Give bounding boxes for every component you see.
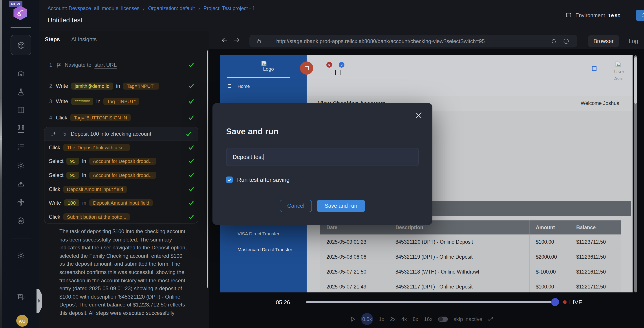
start-url-link[interactable]: start URL [94, 62, 116, 68]
substep-row[interactable]: ClickThe 'Deposit' link with a si... [44, 141, 198, 154]
app-logo[interactable] [13, 6, 28, 20]
refresh-icon[interactable] [551, 38, 557, 44]
slack-icon [17, 198, 25, 206]
table-row: 2025-05-08 06:06845321119 (DPT) - Online… [320, 249, 621, 264]
sidebar-item-suites[interactable] [17, 106, 25, 114]
sidebar-item-help[interactable]: ? [17, 293, 25, 301]
cancel-button[interactable]: Cancel [280, 200, 312, 212]
logo-glyph-icon [16, 9, 25, 17]
substep-row[interactable]: Write100inDeposit Amount input field [44, 196, 198, 210]
sidebar-item-home[interactable] [17, 69, 25, 78]
recording-indicator [300, 61, 313, 75]
tab-ai-insights[interactable]: AI insights [71, 36, 96, 42]
success-check-icon [188, 98, 194, 105]
checklist-icon [17, 143, 25, 151]
play-icon[interactable] [350, 316, 356, 322]
substep-row[interactable]: Select95inAccount for Deposit dropd... [44, 154, 198, 168]
playback-slider[interactable] [306, 301, 558, 303]
back-icon[interactable] [221, 36, 228, 44]
success-check-icon [188, 186, 194, 192]
skip-inactive-toggle[interactable] [438, 316, 448, 322]
user-avatar-alt[interactable]: User [614, 69, 624, 74]
sidebar-item-admin-settings[interactable] [17, 251, 25, 260]
bank-logo-alt[interactable]: Logo [263, 66, 274, 72]
step-group-header[interactable]: 5 Deposit 100 into checking account [44, 127, 198, 141]
broken-image-icon[interactable] [335, 70, 340, 75]
table-body: 2025-05-09 01:23845321120 (DPT) - Online… [320, 234, 621, 293]
speed-option[interactable]: 8x [412, 316, 418, 322]
speed-option[interactable]: 0.5x [361, 313, 373, 325]
save-and-run-button[interactable]: Save and run [317, 200, 365, 212]
infinity-hexagon-icon [17, 216, 25, 225]
tab-log[interactable]: Log [625, 35, 642, 47]
flask-icon [17, 88, 25, 96]
substep-row[interactable]: ClickSubmit button at the botto... [44, 210, 198, 223]
step-row[interactable]: 4ClickTag="BUTTON" SIGN IN [49, 112, 202, 123]
steps-tabs: Steps AI insights [39, 31, 209, 48]
speed-option[interactable]: 16x [424, 316, 433, 322]
forward-icon[interactable] [233, 36, 240, 44]
test-name-input[interactable]: Deposit test [226, 148, 419, 166]
page-scrollbar[interactable] [634, 55, 637, 293]
info-icon[interactable] [563, 38, 569, 44]
url-bar[interactable]: http://stage.dbank.prod-apps.relicx.ai:8… [250, 35, 577, 47]
environment-indicator[interactable]: Environment test [565, 12, 620, 18]
column-header: Amount [530, 220, 570, 234]
success-check-icon [188, 158, 194, 164]
sidebar-item-lab[interactable] [17, 88, 25, 96]
playback-slider-knob[interactable] [551, 298, 559, 306]
sidebar-item-incognito[interactable] [17, 179, 25, 188]
value-chip: jsmith@demo.io [71, 83, 113, 90]
speed-list: 0.5x1x2x4x8x16x [361, 313, 432, 325]
step-row[interactable]: 3Write********inTag="INPUT" [49, 96, 202, 107]
save-button[interactable]: Save [636, 10, 644, 21]
run-after-saving-option[interactable]: Run test after saving [226, 176, 290, 183]
bank-nav-visa[interactable]: VISA Direct Transfer [228, 231, 279, 236]
broken-image-icon[interactable] [323, 70, 328, 75]
expand-icon[interactable] [488, 316, 494, 322]
user-avatar[interactable]: AU [16, 315, 28, 327]
step-text: Navigate tostart URL [65, 62, 117, 68]
sidebar-item-tests[interactable] [17, 124, 25, 133]
bank-nav-home[interactable]: Home [228, 83, 250, 89]
url-text[interactable]: http://stage.dbank.prod-apps.relicx.ai:8… [276, 38, 542, 44]
user-avatar-alt[interactable]: Avat [614, 76, 624, 81]
bullet-icon [228, 84, 232, 88]
bullet-icon [228, 232, 232, 235]
bank-nav-mastercard[interactable]: Mastercard Direct Transfer [228, 247, 292, 252]
sidebar-item-integrations[interactable] [17, 198, 25, 206]
substep-row[interactable]: Select95inAccount for Deposit dropd... [44, 168, 198, 182]
page-title: Untitled test [48, 16, 82, 24]
step-row[interactable]: 2Writejsmith@demo.ioinTag="INPUT" [49, 81, 202, 91]
notification-badge: 0 [326, 62, 332, 68]
breadcrumb-item[interactable]: Organization: default [148, 6, 195, 11]
cell-amount: $2000.00 [530, 249, 570, 264]
close-icon[interactable] [415, 112, 422, 119]
screen: 9 NEW [0, 0, 644, 328]
sidebar-item-settings[interactable] [17, 161, 25, 169]
environment-value: test [608, 12, 621, 18]
sidebar-item-automations[interactable] [17, 216, 25, 225]
cell-description: 845321120 (DPT) - Online Deposit [389, 234, 530, 249]
speed-option[interactable]: 2x [390, 316, 396, 322]
test-tubes-icon [17, 124, 25, 133]
steps-scrollbar[interactable] [207, 50, 208, 288]
tab-browser[interactable]: Browser [588, 35, 619, 47]
substep-row[interactable]: ClickDeposit Amount input field [44, 182, 198, 196]
checkbox-checked-icon[interactable] [226, 176, 233, 183]
broken-image-icon[interactable] [592, 66, 596, 71]
sidebar-item-runs[interactable] [17, 143, 25, 151]
speed-option[interactable]: 4x [402, 316, 407, 322]
breadcrumb-item[interactable]: Account: Devspace_all_module_licenses [48, 6, 140, 11]
step-row[interactable]: 1Navigate tostart URL [49, 60, 202, 70]
step-number: 3 [49, 99, 53, 104]
home-icon [17, 69, 25, 78]
bank-welcome: Welcome Joshua [581, 101, 619, 106]
broken-image-icon [615, 61, 621, 67]
selector-chip: Deposit Amount input field [63, 185, 127, 192]
sidebar-item-test-editor[interactable] [10, 35, 31, 55]
cube-icon [16, 41, 25, 49]
tab-steps[interactable]: Steps [45, 36, 60, 42]
breadcrumb-item[interactable]: Project: Test project - 1 [204, 6, 255, 11]
speed-option[interactable]: 1x [379, 316, 384, 322]
